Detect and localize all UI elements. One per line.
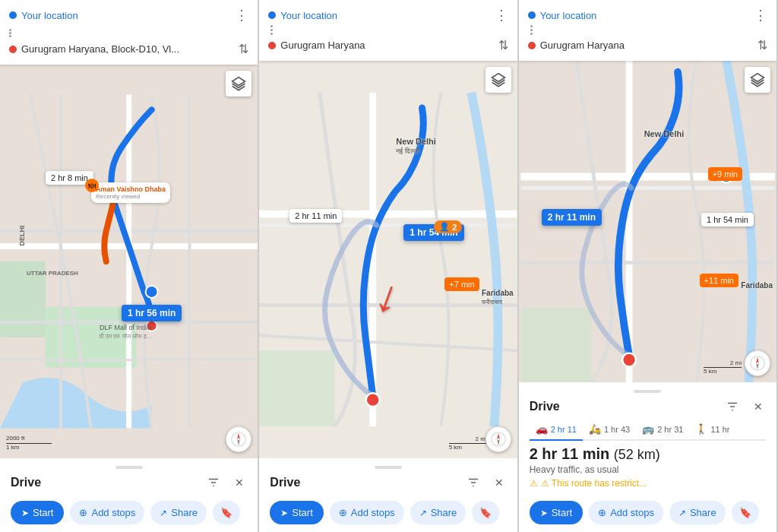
connector-dot	[9, 29, 11, 31]
more-options-1[interactable]: ⋮	[235, 8, 248, 22]
city-label-new-delhi-3: New Delhi	[644, 129, 685, 138]
swap-button-2[interactable]: ⇅	[498, 38, 508, 52]
panel-1: Your location ⋮ Gurugram Haryana, Block-…	[0, 0, 259, 532]
header-card-2: Your location ⋮ Gurugram Haryana ⇅	[259, 0, 517, 61]
map-area-2[interactable]: ↓ New Delhiनई दिल्ली 2 hr 11 min 1 hr 54…	[259, 61, 517, 458]
close-icon-1[interactable]: ✕	[232, 475, 247, 490]
action-buttons-3: ➤ Start ⊕ Add stops ↗ Share 🔖	[530, 495, 766, 532]
filter-icon-2[interactable]	[466, 475, 481, 490]
drive-panel-3: Drive ✕ 🚗 2 hr 11 🛵 1 hr 43 🚌	[519, 382, 776, 532]
svg-rect-25	[259, 350, 335, 426]
add-stops-button-1[interactable]: ⊕ Add stops	[70, 501, 144, 524]
start-button-1[interactable]: ➤ Start	[11, 501, 64, 524]
action-buttons-1: ➤ Start ⊕ Add stops ↗ Share 🔖	[11, 495, 247, 532]
c-dot	[530, 29, 533, 31]
swap-button-3[interactable]: ⇅	[757, 38, 767, 52]
layers-button-3[interactable]	[745, 67, 770, 93]
state-label-delhi: DELHI	[18, 226, 26, 246]
drag-handle-2	[375, 466, 402, 469]
main-duration-3: 2 hr 11 min (52 km)	[530, 445, 766, 463]
filter-icon-3[interactable]	[725, 399, 740, 414]
scale-bar-3: 2 mi 5 km	[704, 359, 742, 375]
header-card-3: Your location ⋮ Gurugram Haryana ⇅	[519, 0, 776, 61]
start-icon-3: ➤	[540, 508, 548, 518]
close-icon-3[interactable]: ✕	[751, 399, 766, 414]
dur-label-2a: 2 hr 11 min	[289, 209, 342, 223]
add-icon-1: ⊕	[79, 507, 87, 518]
tab-car[interactable]: 🚗 2 hr 11	[530, 419, 583, 441]
drag-handle-3	[634, 390, 661, 393]
start-icon-2: ➤	[280, 508, 288, 518]
city-label-new-delhi: New Delhiनई दिल्ली	[396, 137, 436, 156]
passenger-badge: 👤 2	[434, 220, 462, 233]
restriction-info-3: ⚠ ⚠ This route has restrict...	[530, 478, 766, 489]
bookmark-button-3[interactable]: 🔖	[732, 501, 759, 524]
traffic-info-3: Heavy traffic, as usual	[530, 464, 766, 475]
duration-label-blue-1: 1 hr 56 min	[122, 305, 182, 321]
add-icon-2: ⊕	[339, 507, 347, 518]
dest-dot-1	[9, 46, 17, 53]
drive-panel-1: Drive ✕ ➤ Start ⊕ Add stops ↗ Sh	[0, 458, 258, 532]
drive-title-2: Drive	[270, 476, 300, 489]
transport-tabs-3: 🚗 2 hr 11 🛵 1 hr 43 🚌 2 hr 31 🚶 11 hr	[530, 419, 766, 441]
warning-icon: ⚠	[530, 478, 538, 489]
tab-bike[interactable]: 🛵 1 hr 43	[583, 419, 636, 441]
action-buttons-2: ➤ Start ⊕ Add stops ↗ Share 🔖	[270, 495, 506, 532]
more-options-3[interactable]: ⋮	[754, 8, 767, 22]
dest-dot-3	[528, 42, 536, 49]
share-button-2[interactable]: ↗ Share	[410, 501, 466, 524]
swap-button-1[interactable]: ⇅	[239, 42, 248, 56]
dest-label-1: Gurugram Haryana, Block-D10, Vl...	[21, 43, 234, 55]
share-icon-3: ↗	[678, 508, 686, 518]
drive-title-3: Drive	[530, 400, 560, 413]
layers-button-1[interactable]	[226, 71, 251, 97]
close-icon-2[interactable]: ✕	[492, 475, 507, 490]
poi-subtitle: Recently viewed	[96, 193, 166, 200]
c-dot	[270, 29, 273, 31]
bookmark-button-1[interactable]: 🔖	[213, 501, 240, 524]
share-icon-1: ↗	[160, 508, 167, 518]
compass-3[interactable]	[745, 350, 770, 376]
origin-label-2: Your location	[280, 10, 489, 21]
city-label-faridabad: Faridabaफरीदाबाद	[482, 289, 514, 306]
tab-transit[interactable]: 🚌 2 hr 31	[636, 419, 689, 441]
start-button-2[interactable]: ➤ Start	[270, 501, 323, 524]
compass-2[interactable]	[485, 426, 511, 452]
connector-dot	[9, 35, 11, 37]
share-button-1[interactable]: ↗ Share	[150, 501, 207, 524]
map-area-1[interactable]: 2 hr 8 min 1 hr 56 min Aman Vaishno Dhab…	[0, 65, 258, 458]
state-label-up: UTTAR PRADESH	[27, 270, 78, 277]
filter-icon-1[interactable]	[206, 475, 221, 490]
dest-label-2: Gurugram Haryana	[280, 40, 493, 51]
origin-dot-2	[268, 11, 276, 19]
connector-dot	[9, 32, 11, 34]
more-options-2[interactable]: ⋮	[495, 8, 508, 22]
delay-label-3a: +9 min	[708, 167, 742, 181]
c-dot	[530, 33, 533, 35]
tab-walk[interactable]: 🚶 11 hr	[689, 419, 735, 441]
c-dot	[270, 33, 273, 35]
header-card-1: Your location ⋮ Gurugram Haryana, Block-…	[0, 0, 258, 65]
panel-3: Your location ⋮ Gurugram Haryana ⇅	[519, 0, 778, 532]
scale-bar-1: 2000 ft 1 km	[6, 435, 52, 451]
c-dot	[530, 25, 533, 27]
add-stops-button-2[interactable]: ⊕ Add stops	[330, 501, 404, 524]
passenger-icon: 👤	[439, 222, 450, 232]
bike-icon: 🛵	[589, 423, 601, 435]
dlf-label: DLF Mall of Indiaडी एल एफ मॉल ऑफ इ...	[99, 324, 152, 340]
add-stops-button-3[interactable]: ⊕ Add stops	[589, 501, 663, 524]
dur-label-3b: 1 hr 54 min	[701, 213, 754, 226]
start-button-3[interactable]: ➤ Start	[530, 501, 583, 524]
svg-point-11	[146, 286, 158, 298]
layers-button-2[interactable]	[485, 67, 511, 93]
origin-label-3: Your location	[540, 10, 749, 21]
panel-2: Your location ⋮ Gurugram Haryana ⇅	[259, 0, 518, 532]
dur-label-3a: 2 hr 11 min	[542, 209, 602, 226]
scale-bar-2: 2 mi 5 km	[449, 435, 487, 451]
poi-icon: 🍽	[85, 179, 99, 192]
transit-icon: 🚌	[642, 423, 654, 435]
dest-label-3: Gurugram Haryana	[540, 40, 753, 51]
map-area-3[interactable]: New Delhi Faridaba 2 hr 11 min 1 hr 54 m…	[519, 61, 776, 382]
share-button-3[interactable]: ↗ Share	[669, 501, 726, 524]
bookmark-button-2[interactable]: 🔖	[472, 501, 499, 524]
